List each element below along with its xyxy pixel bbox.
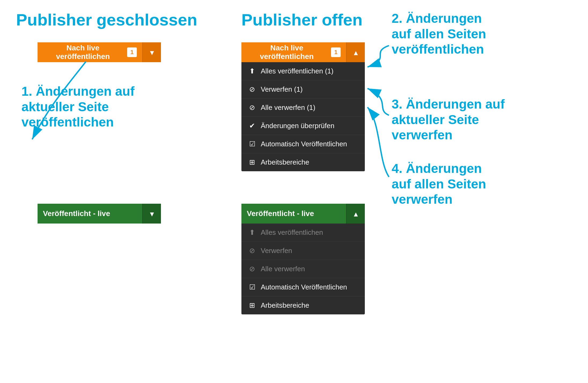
- orange-open-badge: 1: [331, 47, 341, 57]
- dropdown-item-label: Alles veröffentlichen (1): [261, 67, 333, 75]
- grid-icon: ⊞: [248, 158, 256, 166]
- dropdown-item-label: Automatisch Veröffentlichen: [261, 140, 347, 148]
- dropdown-item-discard-green: ⊘ Verwerfen: [241, 242, 365, 260]
- dropdown-item-label: Verwerfen: [261, 247, 292, 255]
- orange-open-main-button[interactable]: Nach live veröffentlichen 1: [241, 42, 346, 62]
- dropdown-item-label: Automatisch Veröffentlichen: [261, 283, 347, 291]
- left-section-title: Publisher geschlossen: [16, 11, 197, 29]
- green-button-label: Veröffentlicht - live: [43, 209, 110, 218]
- chevron-up-icon: ▴: [354, 48, 358, 57]
- dropdown-item-label: Arbeitsbereiche: [261, 301, 309, 310]
- green-open-main-button[interactable]: Veröffentlicht - live: [241, 204, 346, 224]
- orange-arrow-closed-button[interactable]: ▾: [142, 42, 161, 62]
- dropdown-item-label: Alles veröffentlichen: [261, 228, 323, 237]
- checkbox-icon-green: ☑: [248, 283, 256, 291]
- green-arrow-open-button[interactable]: ▴: [346, 204, 365, 224]
- orange-main-button[interactable]: Nach live veröffentlichen 1: [38, 42, 142, 62]
- dropdown-item-workspaces-green[interactable]: ⊞ Arbeitsbereiche: [241, 296, 365, 314]
- dropdown-item-label: Arbeitsbereiche: [261, 158, 309, 166]
- annotation-4: 4. Änderungen auf allen Seiten verwerfen: [392, 161, 486, 207]
- orange-open-publisher: Nach live veröffentlichen 1 ▴ ⬆ Alles ve…: [241, 42, 365, 171]
- orange-badge: 1: [127, 47, 137, 57]
- grid-icon-green: ⊞: [248, 301, 256, 310]
- check-circle-icon: ✔: [248, 122, 256, 130]
- annotation-2: 2. Änderungen auf allen Seiten veröffent…: [392, 11, 486, 57]
- dropdown-item-review[interactable]: ✔ Änderungen überprüfen: [241, 117, 365, 135]
- dropdown-item-label: Alle verwerfen (1): [261, 103, 315, 112]
- discard-all-icon: ⊘: [248, 103, 256, 112]
- orange-closed-publisher-button[interactable]: Nach live veröffentlichen 1 ▾: [38, 42, 161, 62]
- dropdown-item-discard[interactable]: ⊘ Verwerfen (1): [241, 80, 365, 99]
- discard-all-icon-green: ⊘: [248, 265, 256, 273]
- dropdown-item-discard-all-green: ⊘ Alle verwerfen: [241, 260, 365, 278]
- dropdown-item-auto-publish[interactable]: ☑ Automatisch Veröffentlichen: [241, 135, 365, 153]
- checkbox-icon: ☑: [248, 140, 256, 148]
- chevron-down-icon: ▾: [150, 48, 154, 57]
- orange-open-button[interactable]: Nach live veröffentlichen 1 ▴: [241, 42, 365, 62]
- discard-icon-green: ⊘: [248, 247, 256, 255]
- upload-icon: ⬆: [248, 67, 256, 75]
- dropdown-item-label: Änderungen überprüfen: [261, 122, 335, 130]
- dropdown-item-workspaces[interactable]: ⊞ Arbeitsbereiche: [241, 153, 365, 171]
- dropdown-item-publish-all-green: ⬆ Alles veröffentlichen: [241, 224, 365, 242]
- green-arrow-closed-button[interactable]: ▾: [142, 204, 161, 224]
- green-open-label: Veröffentlicht - live: [247, 209, 314, 218]
- discard-icon: ⊘: [248, 85, 256, 94]
- dropdown-item-publish-all[interactable]: ⬆ Alles veröffentlichen (1): [241, 62, 365, 80]
- green-dropdown: ⬆ Alles veröffentlichen ⊘ Verwerfen ⊘ Al…: [241, 224, 365, 314]
- chevron-up-icon-green: ▴: [354, 209, 358, 218]
- chevron-down-icon-green: ▾: [150, 209, 154, 218]
- green-open-button[interactable]: Veröffentlicht - live ▴: [241, 204, 365, 224]
- right-section-title: Publisher offen: [241, 11, 365, 29]
- annotation-3: 3. Änderungen auf aktueller Seite verwer…: [392, 96, 505, 143]
- green-open-publisher: Veröffentlicht - live ▴ ⬆ Alles veröffen…: [241, 204, 365, 314]
- orange-dropdown: ⬆ Alles veröffentlichen (1) ⊘ Verwerfen …: [241, 62, 365, 171]
- orange-button-label: Nach live veröffentlichen: [43, 44, 123, 61]
- dropdown-item-label: Alle verwerfen: [261, 265, 305, 273]
- upload-icon-green: ⬆: [248, 228, 256, 237]
- dropdown-item-label: Verwerfen (1): [261, 85, 303, 94]
- annotation-1: 1. Änderungen auf aktueller Seite veröff…: [21, 84, 197, 130]
- green-closed-publisher-button[interactable]: Veröffentlicht - live ▾: [38, 204, 161, 224]
- orange-open-label: Nach live veröffentlichen: [247, 44, 327, 61]
- green-main-button[interactable]: Veröffentlicht - live: [38, 204, 142, 224]
- orange-arrow-open-button[interactable]: ▴: [346, 42, 365, 62]
- dropdown-item-discard-all[interactable]: ⊘ Alle verwerfen (1): [241, 99, 365, 117]
- dropdown-item-auto-publish-green[interactable]: ☑ Automatisch Veröffentlichen: [241, 278, 365, 296]
